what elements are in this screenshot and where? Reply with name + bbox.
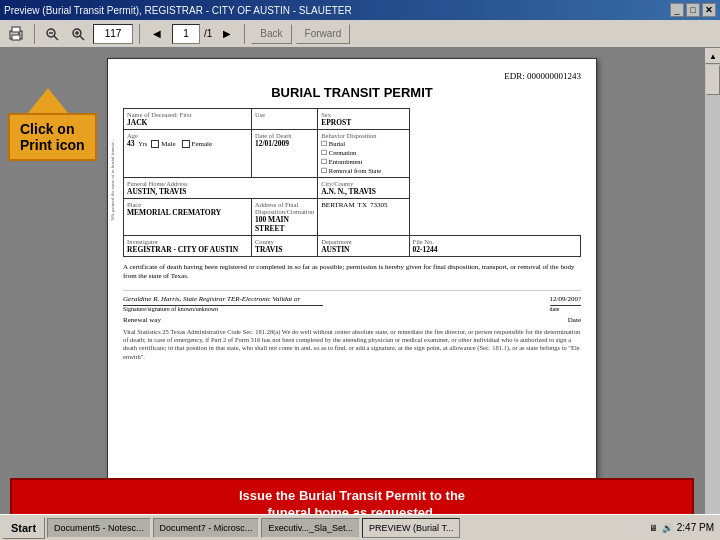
separator-3 xyxy=(244,24,245,44)
sig-label: Signature/signature of known/unknown xyxy=(123,306,323,312)
checkbox-row: Male Female xyxy=(151,140,212,148)
funeral-home-label: Funeral Home/Address xyxy=(127,180,314,187)
footer-row: Renewal way Date xyxy=(123,316,581,324)
county-label3: County xyxy=(255,238,314,245)
sig-line: Geraldine R. Harris, State Registrar TER… xyxy=(123,295,323,306)
right-scrollbar: ▲ ▼ xyxy=(704,48,720,540)
registrar-value: REGISTRAR - CITY OF AUSTIN xyxy=(127,245,238,254)
male-label: Male xyxy=(161,140,175,148)
page-number-input[interactable]: 1 xyxy=(172,24,200,44)
svg-rect-1 xyxy=(12,27,20,32)
file-no-label: File No. xyxy=(413,238,577,245)
form-table: Name of Deceased: First JACK Use Sex EPR… xyxy=(123,108,581,257)
place-value: MEMORIAL CREMATORY xyxy=(127,208,221,217)
registrar-name: Geraldine R. Harris, State Registrar TER… xyxy=(123,295,300,303)
dep-label: Department xyxy=(321,238,405,245)
print-icon-btn[interactable] xyxy=(4,23,28,45)
separator-1 xyxy=(34,24,35,44)
back-button[interactable]: Back xyxy=(251,24,291,44)
burial-option: ☐ Burial xyxy=(321,139,405,148)
date-label: date xyxy=(550,306,582,312)
female-label: Female xyxy=(192,140,213,148)
toolbar: 117 ◀ 1 /1 ▶ Back Forward xyxy=(0,20,720,48)
disposition-label: Behavior Disposition xyxy=(321,132,405,139)
sex-label: Sex xyxy=(321,111,405,118)
entombment-option: ☐ Entombment xyxy=(321,157,405,166)
zoom-level-input[interactable]: 117 xyxy=(93,24,133,44)
county-value: TRAVIS xyxy=(255,245,282,254)
taskbar-item-4-label: PREVIEW (Burial T... xyxy=(369,523,453,533)
svg-rect-2 xyxy=(12,35,20,40)
dob-value: 12/01/2009 xyxy=(255,139,289,148)
age-value: 43 xyxy=(127,139,135,148)
window-title: Preview (Burial Transit Permit), REGISTR… xyxy=(4,5,352,16)
scroll-thumb[interactable] xyxy=(706,65,720,95)
permission-text: A certificate of death having been regis… xyxy=(123,263,581,281)
taskbar-item-1-label: Document5 - Notesc... xyxy=(54,523,144,533)
svg-line-8 xyxy=(80,36,84,40)
place-state: TX xyxy=(358,201,367,209)
taskbar-item-1[interactable]: Document5 - Notesc... xyxy=(47,518,151,538)
arrow-shape xyxy=(28,88,68,113)
document-container: Click on Print icon Wk printed the state… xyxy=(0,48,704,478)
tooltip-line2: Print icon xyxy=(20,137,85,153)
disposition-options: ☐ Burial ☐ Cremation ☐ Entombment ☐ Remo… xyxy=(321,139,405,175)
doc-edr: EDR: 000000001243 xyxy=(123,71,581,81)
age-label: Age xyxy=(127,132,248,139)
validation-date: 12/09/200? xyxy=(550,295,582,303)
signature-area: Geraldine R. Harris, State Registrar TER… xyxy=(123,290,581,312)
svg-line-5 xyxy=(54,36,58,40)
city-value2: A.N. N., TRAVIS xyxy=(321,187,376,196)
removal-option: ☐ Removal from State xyxy=(321,166,405,175)
scroll-track[interactable] xyxy=(705,64,720,524)
svg-point-3 xyxy=(18,32,20,34)
use-label: Use xyxy=(255,111,314,118)
place-city-state-zip: BERTRAM TX 73305 xyxy=(321,201,405,209)
zoom-in-btn[interactable] xyxy=(67,23,89,45)
taskbar-item-3-label: Executiv..._Sla_Set... xyxy=(268,523,353,533)
print-icon xyxy=(8,26,24,42)
separator-2 xyxy=(139,24,140,44)
place-city: BERTRAM xyxy=(321,201,354,209)
taskbar-item-2[interactable]: Document7 - Microsc... xyxy=(153,518,260,538)
restore-button[interactable]: □ xyxy=(686,3,700,17)
taskbar-right: 🖥 🔊 2:47 PM xyxy=(649,522,718,533)
preview-area: Click on Print icon Wk printed the state… xyxy=(0,48,704,540)
zoom-in-icon xyxy=(71,27,85,41)
footer-note: Vital Statistics 25 Texas Administrative… xyxy=(123,328,581,378)
place-zip: 73305 xyxy=(370,201,388,209)
clock: 2:47 PM xyxy=(677,522,714,533)
address-value: AUSTIN, TRAVIS xyxy=(127,187,186,196)
network-icon: 🖥 xyxy=(649,523,658,533)
zoom-out-icon xyxy=(45,27,59,41)
zoom-out-btn[interactable] xyxy=(41,23,63,45)
doc-title: BURIAL TRANSIT PERMIT xyxy=(123,85,581,100)
sideways-text: Wk printed the state of tx burial transi… xyxy=(110,139,122,220)
validation-date-area: 12/09/200? date xyxy=(550,295,582,312)
start-button[interactable]: Start xyxy=(2,517,45,539)
taskbar-item-3[interactable]: Executiv..._Sla_Set... xyxy=(261,518,360,538)
minimize-button[interactable]: _ xyxy=(670,3,684,17)
main-area: Click on Print icon Wk printed the state… xyxy=(0,48,720,540)
window-controls: _ □ ✕ xyxy=(670,3,716,17)
cremation-option: ☐ Cremation xyxy=(321,148,405,157)
place-addr-value: 100 MAIN STREET xyxy=(255,215,289,233)
close-button[interactable]: ✕ xyxy=(702,3,716,17)
sex-value: EPROST xyxy=(321,118,351,127)
scroll-up-btn[interactable]: ▲ xyxy=(705,48,720,64)
tooltip-line1: Click on xyxy=(20,121,85,137)
taskbar-item-4[interactable]: PREVIEW (Burial T... xyxy=(362,518,460,538)
next-page-btn[interactable]: ▶ xyxy=(216,23,238,45)
name-value: JACK xyxy=(127,118,147,127)
county-label2: City/County xyxy=(321,180,405,187)
prev-page-btn[interactable]: ◀ xyxy=(146,23,168,45)
footer-key: Renewal way xyxy=(123,316,161,324)
date-line: 12/09/200? xyxy=(550,295,582,306)
tooltip-box: Click on Print icon xyxy=(8,113,97,161)
forward-button[interactable]: Forward xyxy=(296,24,351,44)
dep-value: AUSTIN xyxy=(321,245,349,254)
dob-label: Date of Death xyxy=(255,132,314,139)
female-checkbox: Female xyxy=(182,140,213,148)
taskbar: Start Document5 - Notesc... Document7 - … xyxy=(0,514,720,540)
file-no-value: 02-1244 xyxy=(413,245,438,254)
